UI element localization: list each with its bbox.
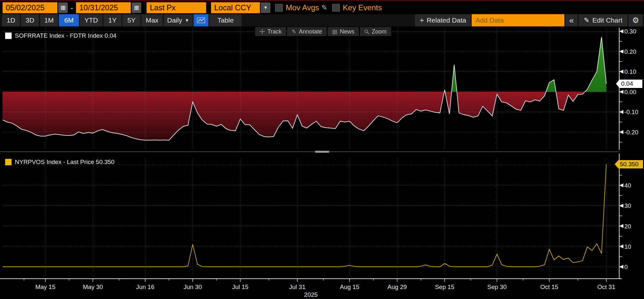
- annotate-button[interactable]: ✎Annotate: [287, 27, 326, 36]
- svg-text:Jul 31: Jul 31: [289, 284, 306, 290]
- panel1-legend-text: SOFRRATE Index - FDTR Index 0.04: [15, 32, 116, 39]
- zoom-button[interactable]: Zoom: [360, 27, 391, 36]
- splitter-grip-handle[interactable]: [315, 151, 329, 153]
- panel1-last-value: 0.04: [621, 80, 633, 87]
- zoom-label: Zoom: [372, 28, 387, 35]
- zoom-magnifier-icon: [364, 29, 369, 34]
- svg-text:0: 0: [624, 264, 628, 270]
- svg-text:-0.10: -0.10: [624, 109, 638, 115]
- svg-text:Jun 16: Jun 16: [136, 284, 154, 290]
- svg-text:Aug 15: Aug 15: [340, 284, 359, 290]
- svg-text:-0.20: -0.20: [624, 129, 638, 136]
- svg-text:20: 20: [624, 223, 631, 230]
- svg-text:0.10: 0.10: [624, 68, 636, 75]
- svg-text:0.30: 0.30: [624, 28, 636, 35]
- svg-text:0.00: 0.00: [624, 89, 636, 95]
- panel2-legend-text: NYRPVOS Index - Last Price 50.350: [15, 159, 114, 166]
- track-button[interactable]: Track: [255, 27, 286, 36]
- panel1-swatch-icon: [5, 33, 12, 39]
- chart-area: 0.300.200.100.00-0.10-0.20403020100May 1…: [0, 0, 644, 299]
- svg-text:May 30: May 30: [83, 284, 103, 290]
- annotate-label: Annotate: [299, 28, 322, 35]
- panel2-swatch-icon: [5, 159, 12, 165]
- panel2-legend[interactable]: NYRPVOS Index - Last Price 50.350: [5, 159, 114, 166]
- news-icon: ▤: [332, 28, 337, 35]
- track-label: Track: [267, 28, 282, 35]
- panel2-last-value: 50.350: [620, 161, 639, 168]
- news-button[interactable]: ▤News: [328, 27, 359, 36]
- panel1-legend[interactable]: SOFRRATE Index - FDTR Index 0.04: [5, 32, 116, 39]
- svg-text:Aug 29: Aug 29: [388, 284, 407, 290]
- svg-text:10: 10: [624, 243, 631, 250]
- annotate-pencil-icon: ✎: [292, 28, 296, 35]
- svg-text:40: 40: [624, 182, 631, 189]
- svg-text:Oct 15: Oct 15: [540, 284, 558, 290]
- svg-text:0.20: 0.20: [624, 48, 636, 55]
- panel1-last-value-flag: 0.04: [616, 80, 642, 88]
- panel2-last-value-flag: 50.350: [615, 160, 643, 169]
- track-crosshair-icon: [260, 29, 265, 34]
- svg-text:May 15: May 15: [35, 284, 55, 290]
- news-label: News: [340, 28, 354, 35]
- svg-text:2025: 2025: [304, 291, 318, 298]
- svg-text:Jul 15: Jul 15: [232, 284, 248, 290]
- svg-text:Jun 30: Jun 30: [184, 284, 202, 290]
- bloomberg-chart-window: 05/02/2025 ▦ - 10/31/2025 ▦ Last Px Loca…: [0, 0, 644, 299]
- panel-splitter[interactable]: [0, 150, 644, 154]
- svg-text:Oct 31: Oct 31: [597, 284, 615, 290]
- chart-canvas[interactable]: 0.300.200.100.00-0.10-0.20403020100May 1…: [0, 0, 644, 299]
- splitter-bar: [0, 151, 619, 152]
- chart-tools-bar: Track ✎Annotate ▤News Zoom: [255, 27, 391, 36]
- svg-text:Sep 15: Sep 15: [435, 284, 454, 290]
- svg-text:30: 30: [624, 202, 631, 209]
- svg-text:Sep 30: Sep 30: [487, 284, 506, 290]
